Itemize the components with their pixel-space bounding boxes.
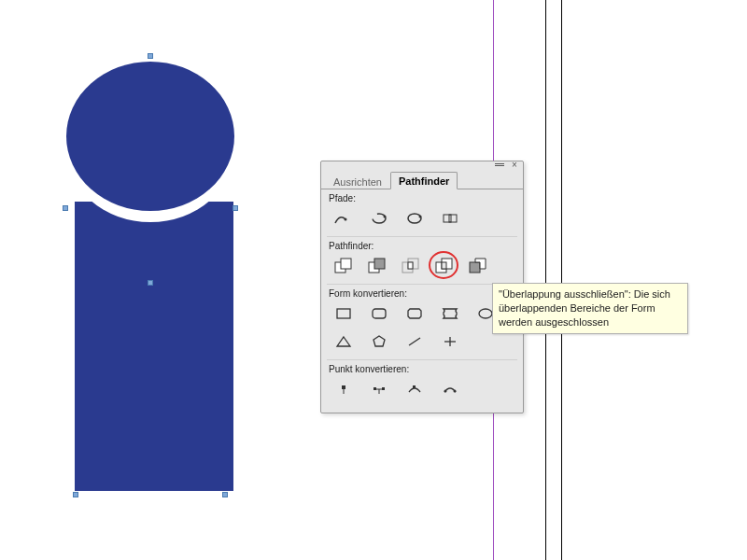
convert-polygon-button[interactable]	[366, 331, 392, 352]
tooltip: "Überlappung ausschließen": Die sich übe…	[492, 283, 688, 334]
panel-tab-bar: Ausrichten Pathfinder	[321, 171, 523, 189]
svg-point-2	[384, 216, 387, 218]
section-label-convert-point: Punkt konvertieren:	[329, 364, 515, 374]
convert-beveled-rect-button[interactable]	[402, 303, 428, 324]
path-join-button[interactable]	[331, 208, 357, 229]
svg-rect-13	[408, 262, 413, 269]
shape-rectangle[interactable]	[75, 202, 233, 491]
path-open-button[interactable]	[366, 208, 392, 229]
page-edge	[561, 0, 562, 560]
svg-point-3	[408, 214, 421, 223]
svg-rect-18	[337, 309, 350, 318]
pathfinder-intersect-button[interactable]	[398, 256, 424, 276]
close-icon[interactable]: ×	[510, 161, 519, 171]
selection-handle[interactable]	[73, 492, 78, 497]
svg-point-0	[345, 218, 347, 221]
point-symmetrical-button[interactable]	[437, 379, 463, 399]
svg-point-4	[419, 216, 422, 218]
svg-rect-16	[442, 262, 446, 269]
pathfinder-subtract-button[interactable]	[364, 256, 390, 276]
pathfinder-add-button[interactable]	[331, 256, 357, 276]
svg-point-31	[444, 390, 447, 393]
svg-rect-17	[470, 262, 480, 273]
point-corner-button[interactable]	[366, 379, 392, 399]
pathfinder-exclude-overlap-button[interactable]	[431, 256, 458, 276]
point-smooth-button[interactable]	[402, 379, 428, 399]
svg-rect-30	[413, 385, 416, 388]
svg-rect-8	[341, 259, 351, 269]
svg-rect-10	[374, 259, 385, 269]
convert-inverse-rounded-button[interactable]	[437, 303, 463, 324]
svg-rect-5	[444, 215, 451, 222]
page-edge	[545, 0, 546, 560]
section-label-convert-shape: Form konvertieren:	[329, 288, 515, 299]
path-close-button[interactable]	[402, 208, 428, 229]
svg-rect-24	[342, 385, 345, 389]
tab-pathfinder[interactable]: Pathfinder	[390, 172, 458, 189]
selection-handle[interactable]	[148, 53, 153, 59]
selection-handle[interactable]	[222, 492, 228, 497]
convert-rounded-rect-button[interactable]	[366, 303, 392, 324]
section-label-paths: Pfade:	[329, 193, 515, 203]
convert-line-button[interactable]	[402, 331, 428, 352]
svg-line-21	[409, 338, 420, 345]
svg-point-20	[479, 309, 492, 318]
svg-point-32	[454, 390, 457, 393]
section-label-pathfinder: Pathfinder:	[329, 241, 515, 251]
shape-circle[interactable]	[66, 62, 234, 211]
tab-align[interactable]: Ausrichten	[325, 173, 390, 189]
path-reverse-button[interactable]	[437, 208, 463, 229]
convert-triangle-button[interactable]	[331, 331, 357, 352]
selection-handle[interactable]	[63, 205, 68, 211]
svg-rect-19	[373, 309, 386, 318]
svg-rect-6	[449, 215, 457, 222]
svg-point-1	[373, 214, 386, 223]
point-plain-button[interactable]	[331, 379, 357, 399]
convert-orthogonal-line-button[interactable]	[437, 331, 463, 352]
convert-rectangle-button[interactable]	[331, 303, 357, 324]
panel-menu-icon[interactable]	[495, 163, 504, 169]
pathfinder-minus-back-button[interactable]	[465, 256, 491, 276]
artboard[interactable]: × Ausrichten Pathfinder Pfade:	[0, 0, 747, 560]
